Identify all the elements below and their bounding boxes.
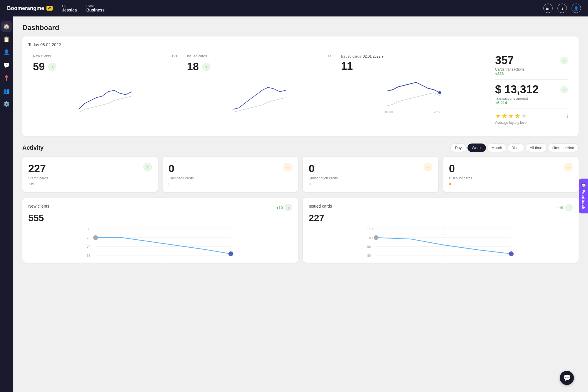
chat-button[interactable]: 💬 [560,371,574,385]
activity-cards: 227 ↑ Stamp cards +19 0 — Cashback cards… [22,157,579,192]
discount-cards-card: 0 — Discount cards 0 [443,157,579,192]
logo-text: Boomerangme [7,5,44,11]
cashback-cards-label: Cashback cards [168,176,292,180]
sidebar-item-locations[interactable]: 📍 [1,73,12,84]
chevron-down-icon[interactable]: ▾ [382,54,384,59]
subscription-cards-card: 0 — Subscription cards 0 [303,157,438,192]
feedback-label: Feedback [581,189,586,209]
new-clients-chart [33,74,177,121]
star-4: ★ [514,112,520,120]
issued-cards-value: 18 [187,61,199,73]
issued-cards-chart [187,74,331,121]
period-month[interactable]: Month [487,144,507,152]
issued-cards-chart-title: Issued cards [309,204,332,208]
topnav-icons: En ℹ 👤 [543,4,581,13]
cards-transactions-arrow: ↑ [560,57,568,64]
issued-cards-chart-delta: +19 ↑ [557,204,573,211]
bottom-charts: New clients +19 ↑ 555 80 75 70 65 [22,198,579,263]
new-clients-delta: +21 [171,54,177,58]
feedback-icon: 💬 [581,183,586,188]
issued-cards-label: Issued cards [187,54,207,58]
new-clients-chart-value: 555 [28,213,292,223]
sidebar-item-settings[interactable]: ⚙️ [1,99,12,109]
svg-text:75: 75 [87,236,90,240]
sidebar-item-cards[interactable]: 📋 [1,34,12,45]
cashback-cards-indicator: — [283,163,292,171]
loyalty-stat: ★ ★ ★ ★ ★ ℹ Average loyalty level [495,112,568,128]
issued-cards-date-value: 02.01.2022 [363,54,380,59]
subscription-cards-delta: 0 [309,182,432,186]
issued-cards-svg: 110 100 90 80 [309,226,573,261]
new-clients-svg: 80 75 70 65 [28,226,292,261]
loyalty-info-icon[interactable]: ℹ [567,114,568,119]
cards-transactions-stat: 357 ↑ Cards transactions +238 [495,54,568,80]
svg-text:110: 110 [367,227,372,231]
sidebar-item-clients[interactable]: 👤 [1,47,12,58]
logo-badge: 🏷 [46,6,53,11]
stat-issued-cards: Issued cards +7 18 ↑ [182,52,336,131]
period-filters[interactable]: filters_period [548,144,579,152]
new-clients-chart-title: New clients [28,204,49,208]
svg-text:00:00: 00:00 [385,111,393,114]
discount-cards-indicator: — [564,163,573,171]
cashback-cards-delta: 0 [168,182,292,186]
sidebar-item-home[interactable]: 🏠 [1,21,12,32]
stamp-cards-card: 227 ↑ Stamp cards +19 [22,157,158,192]
feedback-button[interactable]: 💬 Feedback [579,179,588,213]
topnav: Boomerangme 🏷 Hi, Jessica Plan: Business… [0,0,588,16]
dashboard-card: Today 08.02.2022 New clients +21 59 ↑ [22,36,579,136]
cashback-cards-value: 0 [168,163,174,175]
stamp-cards-value: 227 [28,163,46,175]
period-week[interactable]: Week [467,144,486,152]
sidebar-item-team[interactable]: 👥 [1,86,12,96]
app-body: 🏠 📋 👤 💬 📍 👥 ⚙️ Dashboard Today 08.02.202… [0,16,588,392]
new-clients-chart-delta-value: +19 [276,206,283,210]
svg-text:65: 65 [87,254,90,257]
profile-icon: 👤 [574,6,579,11]
profile-button[interactable]: 👤 [572,4,581,13]
plan-value: Business [86,8,105,12]
issued-cards-date-number: 11 [341,60,485,72]
user-info: Hi, Jessica [62,4,77,12]
subscription-cards-value: 0 [309,163,315,175]
info-button[interactable]: ℹ [557,4,567,13]
transactions-amount-label: Transactions amount [495,96,568,101]
username-label: Jessica [62,8,77,12]
stamp-cards-delta: +19 [28,182,152,186]
logo: Boomerangme 🏷 [7,5,53,11]
activity-title: Activity [22,144,44,151]
chat-icon: 💬 [563,374,571,382]
period-day[interactable]: Day [450,144,466,152]
star-5: ★ [521,112,527,120]
sidebar: 🏠 📋 👤 💬 📍 👥 ⚙️ [0,16,13,392]
issued-cards-arrow: ↑ [202,63,211,71]
new-clients-chart-arrow: ↑ [285,204,292,211]
issued-cards-chart-value: 227 [309,213,573,223]
info-icon: ℹ [562,6,563,11]
sidebar-item-messages[interactable]: 💬 [1,60,12,71]
page-title: Dashboard [22,24,579,32]
transactions-amount-stat: $ 13,312 ↑ Transactions amount +5,214 [495,83,568,109]
activity-header: Activity Day Week Month Year All time fi… [22,144,579,152]
period-all-time[interactable]: All time [525,144,547,152]
svg-text:23:59: 23:59 [434,111,441,114]
svg-point-13 [93,235,98,240]
subscription-cards-label: Subscription cards [309,176,432,180]
greeting-label: Hi, [62,4,77,8]
loyalty-label: Average loyalty level [495,121,568,125]
svg-text:80: 80 [87,227,90,231]
stat-new-clients: New clients +21 59 ↑ [28,52,182,131]
language-button[interactable]: En [543,4,553,13]
issued-cards-date-label: Issued cards 02.01.2022 ▾ [341,54,384,59]
stamp-cards-indicator: ↑ [143,163,152,171]
dashboard-date: Today 08.02.2022 [28,42,573,47]
period-year[interactable]: Year [508,144,524,152]
subscription-cards-indicator: — [424,163,432,171]
star-1: ★ [495,112,501,120]
cards-transactions-value: 357 [495,54,514,67]
issued-cards-chart-arrow: ↑ [565,204,573,211]
cards-transactions-delta: +238 [495,71,568,76]
svg-point-0 [438,91,441,94]
loyalty-stars: ★ ★ ★ ★ ★ [495,112,527,120]
period-buttons: Day Week Month Year All time filters_per… [450,144,579,152]
